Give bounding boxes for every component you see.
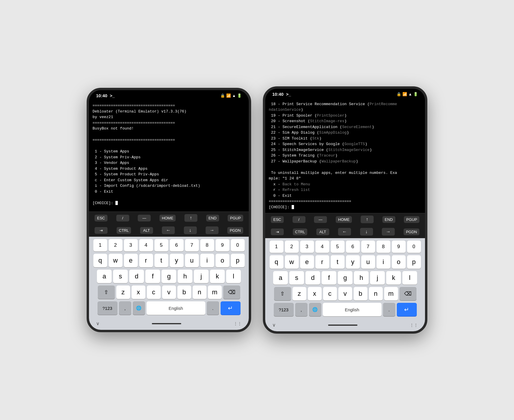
key-s-right[interactable]: s (289, 271, 304, 285)
key-u-left[interactable]: u (185, 254, 199, 267)
key-b-right[interactable]: b (354, 287, 367, 300)
key-w-left[interactable]: w (109, 254, 122, 267)
key-u-right[interactable]: u (361, 255, 375, 269)
key-f-left[interactable]: f (145, 270, 160, 283)
key-b-left[interactable]: b (177, 285, 191, 299)
key-c-left[interactable]: c (147, 285, 161, 299)
key-num-toggle-right[interactable]: ?123 (274, 303, 294, 316)
nav-chevron-right[interactable]: ∨ (272, 322, 276, 328)
key-left-left[interactable]: ← (162, 226, 175, 234)
key-ctrl-left[interactable]: CTRL (117, 227, 131, 234)
key-j-left[interactable]: j (194, 270, 209, 283)
key-v-left[interactable]: v (162, 285, 176, 299)
key-9-left[interactable]: 9 (216, 239, 229, 251)
key-enter-left[interactable]: ↵ (221, 301, 241, 315)
key-y-right[interactable]: y (346, 255, 360, 269)
key-t-left[interactable]: t (154, 254, 168, 267)
key-up-right[interactable]: ↑ (361, 216, 374, 223)
key-k-left[interactable]: k (210, 270, 225, 283)
key-dash-right[interactable]: — (314, 216, 327, 223)
key-ctrl-right[interactable]: CTRL (293, 229, 308, 235)
key-6-right[interactable]: 6 (346, 241, 360, 253)
key-z-right[interactable]: z (293, 287, 306, 300)
key-w-right[interactable]: w (285, 255, 299, 269)
key-t-right[interactable]: t (331, 255, 345, 269)
nav-grid-left[interactable]: ⋮⋮ (234, 321, 242, 326)
key-f-right[interactable]: f (322, 271, 336, 285)
key-e-right[interactable]: e (300, 255, 314, 269)
key-1-right[interactable]: 1 (270, 241, 283, 253)
key-backspace-right[interactable]: ⌫ (399, 287, 416, 300)
key-3-right[interactable]: 3 (300, 241, 314, 253)
key-i-right[interactable]: i (377, 255, 390, 269)
key-g-right[interactable]: g (338, 271, 352, 285)
key-left-right[interactable]: ← (338, 228, 351, 236)
key-esc-right[interactable]: ESC (271, 216, 284, 223)
key-pgdn-right[interactable]: PGDN (404, 229, 419, 235)
key-tab-right[interactable]: ⇥ (271, 229, 284, 235)
key-alt-left[interactable]: ALT (140, 227, 153, 234)
key-7-right[interactable]: 7 (361, 241, 375, 253)
key-x-left[interactable]: x (132, 285, 145, 299)
key-5-left[interactable]: 5 (154, 239, 168, 251)
key-down-right[interactable]: ↓ (360, 228, 373, 236)
key-enter-right[interactable]: ↵ (397, 303, 417, 316)
key-home-right[interactable]: HOME (336, 216, 352, 223)
key-c-right[interactable]: c (323, 287, 337, 300)
key-down-left[interactable]: ↓ (184, 226, 197, 234)
key-up-left[interactable]: ↑ (184, 214, 197, 222)
key-shift-left[interactable]: ⇧ (98, 285, 115, 299)
key-m-right[interactable]: m (384, 287, 398, 300)
key-m-left[interactable]: m (208, 285, 222, 299)
key-home-left[interactable]: HOME (159, 215, 176, 221)
key-4-left[interactable]: 4 (139, 239, 153, 251)
key-slash-right[interactable]: / (293, 216, 305, 223)
key-8-right[interactable]: 8 (377, 241, 390, 253)
key-space-right[interactable]: English (323, 303, 382, 316)
key-2-right[interactable]: 2 (285, 241, 299, 253)
key-a-left[interactable]: a (97, 270, 112, 283)
key-0-right[interactable]: 0 (407, 241, 421, 253)
key-1-left[interactable]: 1 (93, 239, 107, 251)
key-j-right[interactable]: j (370, 271, 385, 285)
key-d-right[interactable]: d (305, 271, 320, 285)
key-slash-left[interactable]: / (116, 215, 129, 221)
key-n-left[interactable]: n (193, 285, 206, 299)
key-0-left[interactable]: 0 (231, 239, 245, 251)
key-v-right[interactable]: v (338, 287, 352, 300)
key-esc-left[interactable]: ESC (95, 215, 107, 221)
key-right-right[interactable]: → (382, 228, 395, 236)
key-comma-left[interactable]: , (119, 301, 131, 315)
key-s-left[interactable]: s (113, 270, 128, 283)
key-globe-right[interactable]: 🌐 (309, 303, 321, 316)
key-z-left[interactable]: z (116, 285, 130, 299)
key-end-right[interactable]: END (382, 216, 395, 223)
key-period-right[interactable]: . (383, 303, 395, 316)
key-5-right[interactable]: 5 (331, 241, 345, 253)
key-dash-left[interactable]: — (138, 215, 151, 221)
key-pgup-left[interactable]: PGUP (228, 215, 243, 221)
key-a-right[interactable]: a (273, 271, 288, 285)
key-n-right[interactable]: n (369, 287, 383, 300)
key-h-left[interactable]: h (178, 270, 192, 283)
key-4-right[interactable]: 4 (315, 241, 329, 253)
key-shift-right[interactable]: ⇧ (274, 287, 291, 300)
key-num-toggle-left[interactable]: ?123 (98, 301, 117, 315)
key-end-left[interactable]: END (206, 215, 219, 221)
key-i-left[interactable]: i (200, 254, 214, 267)
key-y-left[interactable]: y (170, 254, 184, 267)
key-period-left[interactable]: . (207, 301, 219, 315)
key-right-left[interactable]: → (206, 226, 219, 234)
key-6-left[interactable]: 6 (170, 239, 184, 251)
key-o-right[interactable]: o (392, 255, 406, 269)
key-d-left[interactable]: d (129, 270, 144, 283)
key-7-left[interactable]: 7 (185, 239, 199, 251)
key-q-right[interactable]: q (270, 255, 283, 269)
key-pgup-right[interactable]: PGUP (404, 216, 419, 223)
nav-grid-right[interactable]: ⋮⋮ (410, 323, 418, 327)
key-comma-right[interactable]: , (295, 303, 308, 316)
key-h-right[interactable]: h (354, 271, 369, 285)
key-3-left[interactable]: 3 (124, 239, 138, 251)
key-o-left[interactable]: o (216, 254, 229, 267)
key-pgdn-left[interactable]: PGDN (227, 227, 243, 234)
